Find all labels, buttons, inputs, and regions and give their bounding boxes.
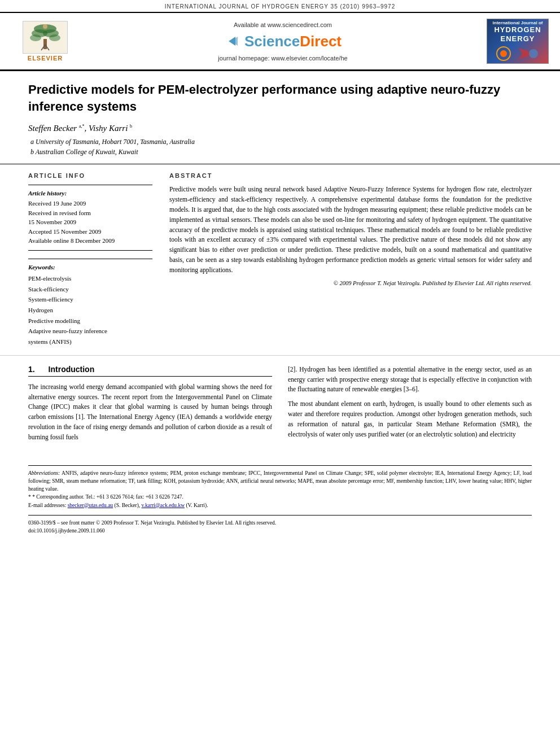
journal-homepage: journal homepage: www.elsevier.com/locat…: [90, 55, 475, 62]
keywords-section: Keywords: PEM-electrolysis Stack-efficie…: [28, 259, 152, 347]
history-label: Article history:: [28, 190, 152, 196]
body-right-col: [2]. Hydrogen has been identified as a p…: [288, 365, 532, 447]
article-info-header: ARTICLE INFO: [28, 172, 152, 179]
affiliation-a: a University of Tasmania, Hobart 7001, T…: [28, 138, 532, 146]
email-1-name: (S. Becker),: [115, 503, 141, 508]
abstract-header: ABSTRACT: [169, 172, 532, 179]
page-container: INTERNATIONAL JOURNAL OF HYDROGEN ENERGY…: [0, 0, 560, 535]
journal-cover-image: International Journal of HYDROGENENERGY: [487, 19, 549, 64]
article-info-abstract-section: ARTICLE INFO Article history: Received 1…: [0, 164, 560, 355]
elsevier-logo: ELSEVIER: [11, 19, 79, 64]
bottom-footer: 0360-3199/$ – see front matter © 2009 Pr…: [28, 515, 532, 535]
corresponding-label: * Corresponding author.: [32, 494, 84, 500]
authors-line: Steffen Becker a,*, Vishy Karri b: [28, 124, 532, 133]
footer-line-2: doi:10.1016/j.ijhydene.2009.11.060: [28, 527, 532, 535]
svg-point-13: [500, 50, 507, 57]
sciencedirect-logo: ScienceDirect: [90, 33, 475, 50]
footnotes-section: Abbreviations: ANFIS, adaptive neuro-fuz…: [28, 465, 532, 509]
intro-paragraph-2: [2]. Hydrogen has been identified as a p…: [288, 365, 532, 395]
journal-cover-title: International Journal of HYDROGENENERGY: [493, 20, 543, 43]
logo-area: ELSEVIER Available at www.sciencedirect.…: [0, 13, 560, 71]
sd-science-text: Science: [244, 33, 300, 50]
keyword-2: Stack-efficiency: [28, 284, 152, 295]
affiliation-b: b Australian College of Kuwait, Kuwait: [28, 148, 532, 156]
keyword-6: Adaptive neuro-fuzzy inference: [28, 326, 152, 337]
section-number: 1.: [28, 365, 35, 374]
sd-direct-text: Direct: [300, 33, 342, 50]
keywords-label: Keywords:: [28, 264, 152, 270]
keyword-1: PEM-electrolysis: [28, 273, 152, 284]
abbreviations-text: ANFIS, adaptive neuro-fuzzy inference sy…: [28, 470, 532, 492]
section-1-title: 1. Introduction: [28, 365, 272, 377]
journal-header: INTERNATIONAL JOURNAL OF HYDROGEN ENERGY…: [0, 0, 560, 13]
authors-text: Steffen Becker a,*, Vishy Karri b: [28, 124, 132, 133]
intro-paragraph-3: The most abundant element on earth, hydr…: [288, 399, 532, 439]
footer-line-1: 0360-3199/$ – see front matter © 2009 Pr…: [28, 519, 532, 527]
received-2b: 15 November 2009: [28, 217, 152, 227]
body-content: 1. Introduction The increasing world ene…: [0, 356, 560, 456]
section-title-text: Introduction: [49, 365, 95, 374]
svg-point-5: [49, 34, 60, 41]
intro-left-text: The increasing world energy demand accom…: [28, 382, 272, 443]
email-2-name: (V. Karri).: [186, 503, 208, 508]
article-title-section: Predictive models for PEM-electrolyzer p…: [0, 71, 560, 164]
accepted-date: Accepted 15 November 2009: [28, 227, 152, 237]
sciencedirect-center: Available at www.sciencedirect.com Scien…: [79, 21, 487, 62]
body-left-col: 1. Introduction The increasing world ene…: [28, 365, 272, 447]
svg-point-4: [30, 34, 41, 41]
keyword-3: System-efficiency: [28, 294, 152, 305]
elsevier-wordmark: ELSEVIER: [28, 55, 63, 62]
intro-paragraph-1: The increasing world energy demand accom…: [28, 382, 272, 443]
email-footnote: E-mail addresses: sbecker@utas.edu.au (S…: [28, 501, 532, 509]
article-info-column: ARTICLE INFO Article history: Received 1…: [28, 172, 152, 347]
article-title: Predictive models for PEM-electrolyzer p…: [28, 81, 532, 115]
elsevier-emblem: [23, 21, 68, 54]
sd-logo-text: ScienceDirect: [244, 33, 342, 50]
copyright-line: © 2009 Professor T. Nejat Veziroglu. Pub…: [169, 280, 532, 286]
keyword-5: Predictive modelling: [28, 316, 152, 326]
journal-title-header: INTERNATIONAL JOURNAL OF HYDROGEN ENERGY…: [165, 3, 395, 10]
keyword-4: Hydrogen: [28, 305, 152, 316]
email-1-link[interactable]: sbecker@utas.edu.au: [68, 503, 113, 508]
received-1: Received 19 June 2009: [28, 199, 152, 208]
received-2: Received in revised form: [28, 208, 152, 218]
email-2-link[interactable]: v.karri@ack.edu.kw: [142, 503, 185, 508]
sd-logo-icon: [224, 33, 241, 50]
article-history: Article history: Received 19 June 2009 R…: [28, 185, 152, 251]
abstract-column: ABSTRACT Predictive models were built us…: [169, 172, 532, 347]
journal-cover-graphic: [495, 45, 540, 62]
available-at-text: Available at www.sciencedirect.com: [90, 21, 475, 28]
corresponding-author-footnote: * * Corresponding author. Tel.: +61 3 62…: [28, 493, 532, 501]
svg-rect-6: [43, 39, 47, 49]
intro-right-text: [2]. Hydrogen has been identified as a p…: [288, 365, 532, 440]
abstract-text: Predictive models were built using neura…: [169, 185, 532, 275]
corresponding-text: Tel.: +61 3 6226 7614; fax: +61 3 6226 7…: [85, 494, 183, 500]
svg-point-14: [529, 49, 538, 58]
keyword-6b: systems (ANFIS): [28, 337, 152, 347]
abbreviations-label: Abbreviations:: [28, 470, 60, 476]
introduction-two-col: 1. Introduction The increasing world ene…: [28, 365, 532, 447]
abbreviations-footnote: Abbreviations: ANFIS, adaptive neuro-fuz…: [28, 469, 532, 493]
email-label: E-mail addresses:: [28, 503, 66, 508]
svg-point-7: [43, 24, 47, 29]
available-online: Available online 8 December 2009: [28, 236, 152, 246]
